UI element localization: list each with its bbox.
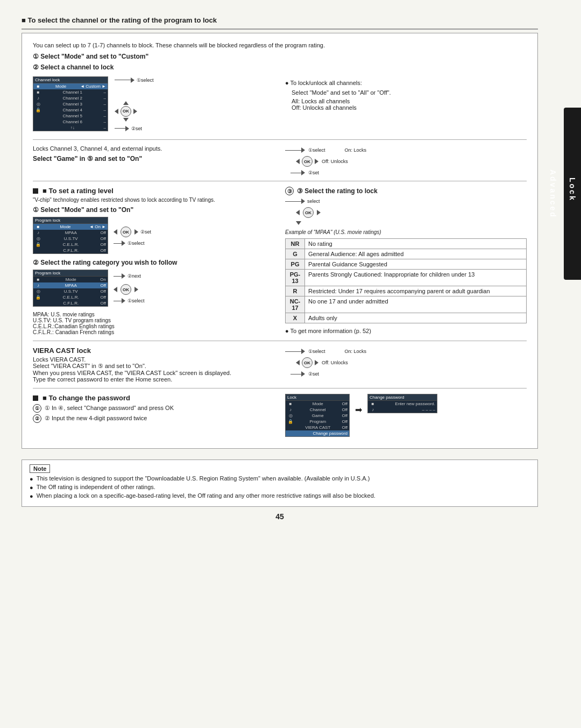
arrow-line-select (115, 80, 131, 80)
side-tab-lock: Lock (568, 178, 577, 202)
abbrev-list: MPAA: U.S. movie ratings U.S.TV: U.S. TV… (33, 312, 274, 335)
cl-r1-val: – (104, 90, 106, 95)
lm-viera-row: VIERA CAST Off (286, 425, 349, 430)
cl-icon-0: ■ (35, 84, 41, 89)
lm-channel-row: ♪ Channel Off (286, 407, 349, 413)
more-info: ● To get more information (p. 52) (285, 328, 527, 334)
pl2-icon-0: ♪ (35, 283, 41, 288)
intro-text: You can select up to 7 (1-7) channels to… (33, 42, 527, 48)
viera-password: Type the correct password to enter the H… (33, 376, 274, 383)
abbrev-2: C.E.L.R.:Canadian English ratings (33, 323, 274, 329)
pl2-celr-val: Off (100, 295, 106, 300)
prog-ok-1[interactable]: OK (121, 227, 131, 237)
note-item-1: ● The Off rating is independent of other… (30, 484, 530, 491)
lm-channel-val: Off (342, 407, 348, 412)
step2a-heading-text: ② Select a channel to lock (33, 63, 114, 71)
prog-sel-line-1 (114, 243, 122, 244)
cpw-arrow: ➡ (355, 394, 362, 415)
pl2-cflr-val: Off (100, 301, 106, 306)
section-divider-3 (33, 341, 527, 341)
rating-row-NC17: NC-17 No one 17 and under admitted (286, 296, 527, 313)
game-right: ①select On: Locks OK Off: Unloc (285, 145, 527, 175)
rating-row-NR: NR No rating (286, 239, 527, 249)
set-arrow (115, 126, 129, 131)
rating-desc-G: General Audience: All ages admitted (305, 249, 527, 259)
game-set-row: ②set (290, 170, 527, 175)
pl-celr-label: C.E.L.R. (63, 242, 79, 247)
pl-mode-label: Mode (60, 224, 71, 229)
tri-right-set (125, 126, 129, 131)
cl-mode-label: Mode (55, 84, 66, 89)
select-game-heading: Select "Game" in ⑤ and set to "On" (33, 155, 274, 162)
game-ok-button[interactable]: OK (302, 156, 313, 167)
pl-icon-mode: ■ (35, 224, 41, 229)
rating-code-NR: NR (286, 239, 305, 249)
step2a-heading: ② Select a channel to lock (33, 63, 527, 71)
arrow-line-set (115, 128, 125, 129)
select-arrow-row: ①select (115, 77, 154, 83)
rating-row-R: R Restricted: Under 17 requires accompan… (286, 286, 527, 296)
set-label-2: ②set (131, 126, 142, 131)
pl2-ustv-row: ◎ U.S.TV Off (33, 288, 108, 294)
rating-lock-col: ③ ③ Select the rating to lock select (285, 187, 527, 335)
lm-icon-4 (287, 425, 294, 430)
cl-icon-5 (35, 114, 41, 118)
step1-heading: ① Select "Mode" and set to "Custom" (33, 53, 527, 60)
note-text-0: This television is designed to support t… (37, 475, 370, 482)
vert-nav: OK (115, 101, 137, 122)
cpw-step1: ① ① In ④, select "Change password" and p… (33, 404, 274, 413)
viera-ok[interactable]: OK (302, 357, 313, 368)
pl-icon-3 (35, 248, 41, 253)
section-divider-4 (33, 388, 527, 388)
viera-set-label: ②set (308, 371, 319, 377)
cl-row-1: ■ Channel 1 – (33, 89, 108, 95)
select-game-text: Select "Game" in ⑤ and set to "On" (33, 155, 142, 162)
pl2-mpaa-row: ♪ MPAA Off (33, 282, 108, 288)
viera-select-row: ①select On: Locks (285, 349, 527, 354)
cl-r2-label: Channel 2 (63, 96, 82, 101)
prog-tri-left-2 (114, 287, 117, 292)
cl-mode-row: ■ Mode ◄ Custom ► (33, 83, 108, 89)
rating-table: NR No rating G General Audience: All age… (285, 238, 527, 323)
rating-code-X: X (286, 313, 305, 323)
prog-select-row-1: ①select (114, 241, 151, 246)
rating-level-col: ■ To set a rating level "V-chip" technol… (33, 187, 274, 335)
note-bullet-1: ● (30, 484, 33, 491)
pl2-icon-1: ◎ (35, 289, 41, 294)
rating-code-NC17: NC-17 (286, 296, 305, 313)
note-bullet-0: ● (30, 476, 33, 482)
main-box: You can select up to 7 (1-7) channels to… (22, 33, 538, 449)
lm-game-label: Game (312, 413, 324, 418)
prog-ok-row-2: OK (114, 283, 145, 296)
lm-viera-val: Off (342, 425, 348, 430)
prog-lock-cmenu-2: Program lock ■ Mode On ♪ MPAA (33, 270, 108, 307)
lm-icon-1: ♪ (287, 407, 294, 412)
prog-next-tri (122, 273, 125, 279)
change-pw-left: ■ To change the password ① ① In ④, selec… (33, 394, 274, 437)
prog-ok-2[interactable]: OK (121, 284, 131, 295)
tri-down (123, 118, 129, 122)
prog-tri-right-1 (134, 229, 138, 235)
step3-select-label: select (307, 199, 320, 204)
channel-lock-section: Channel lock ■ Mode ◄ Custom ► ■ Channel… (33, 74, 527, 134)
right-col-item2: Select "Mode" and set to "All" or "Off". (292, 89, 527, 96)
pl-ustv-label: U.S.TV (64, 236, 78, 241)
lm-mode-row: ■ Mode Off (286, 401, 349, 407)
prog-sel-tri-2 (122, 298, 125, 303)
cl-r4-label: Channel 4 (63, 108, 82, 112)
off-unlocks: Off: Unlocks (322, 159, 348, 164)
cl-row-7: ↑↓ – (33, 125, 108, 131)
prog-nav-2: ②next OK (114, 273, 145, 303)
on-locks: On: Locks (345, 147, 367, 153)
prog-next-row: ②next (114, 273, 145, 279)
cl-r4-val: – (104, 108, 106, 112)
viera-warning: When you press VIERA CAST, the "VIERA CA… (33, 370, 274, 376)
prog-lock-hdr-1: Program lock (33, 217, 108, 224)
top-divider (22, 29, 538, 30)
step3-tri-left (296, 210, 300, 215)
ok-button[interactable]: OK (121, 106, 131, 117)
pl2-icon-3 (35, 301, 41, 306)
pl2-cflr-row: C.F.L.R. Off (33, 300, 108, 306)
pl2-mode-label: Mode (66, 277, 76, 282)
step3-ok[interactable]: OK (303, 207, 314, 218)
